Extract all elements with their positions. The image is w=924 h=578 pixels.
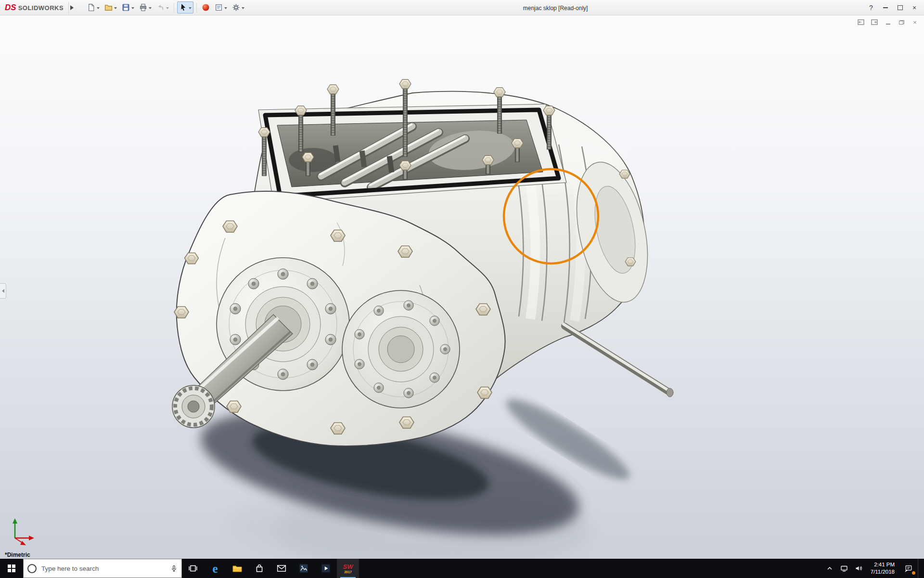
menu-expand-button[interactable] [69,2,77,13]
help-button[interactable]: ? [864,2,878,13]
minimize-button[interactable] [879,2,892,13]
new-document-icon [87,3,95,12]
windows-logo-icon [8,565,15,572]
solidworks-icon: SW 2017 [343,564,353,574]
restore-icon [899,20,904,25]
speaker-icon [855,565,862,572]
chevron-up-icon [826,565,834,572]
cortana-icon[interactable] [27,564,37,573]
maximize-icon [898,5,903,10]
graphics-viewport[interactable]: × *Dimetric [0,15,924,559]
start-button[interactable] [0,559,23,578]
notification-badge [912,571,915,575]
maximize-button[interactable] [893,2,907,13]
solidworks-year: 2017 [344,570,352,574]
dropdown-caret-icon [114,7,117,11]
document-window-controls: × [857,18,919,26]
volume-tray-button[interactable] [851,559,866,578]
brand-text: SOLIDWORKS [18,4,64,12]
edge-button[interactable]: e [204,559,226,578]
undo-button[interactable] [154,1,171,13]
document-restore-button[interactable] [897,18,906,26]
microphone-button[interactable] [170,565,178,572]
orientation-triad [8,515,38,546]
screen: DS SOLIDWORKS [0,0,924,578]
solidworks-titlebar: DS SOLIDWORKS [0,0,924,15]
output-flange [342,290,460,408]
dropdown-caret-icon [131,7,134,11]
dock-pane-right-button[interactable] [870,18,879,26]
open-button[interactable] [103,1,119,13]
taskbar-clock[interactable]: 2:41 PM 7/11/2018 [866,559,899,578]
view-orientation-label: *Dimetric [5,552,30,558]
microphone-icon [170,565,178,572]
action-center-icon [905,565,912,572]
save-button[interactable] [120,1,136,13]
minimize-icon [883,7,888,8]
open-folder-icon [104,3,113,12]
network-tray-button[interactable] [837,559,851,578]
select-tool-button[interactable] [177,1,193,13]
action-center-button[interactable] [899,559,918,578]
file-explorer-icon [232,564,242,573]
print-icon [139,3,147,12]
store-bag-icon [255,564,264,573]
titlebar-center: menjac sklop [Read-only] [246,3,864,12]
mail-button[interactable] [270,559,293,578]
hidden-icons-button[interactable] [822,559,837,578]
taskbar-search-input[interactable] [40,565,167,573]
gear-icon [232,3,240,12]
movies-tv-button[interactable] [315,559,337,578]
quick-access-toolbar [85,1,246,13]
rear-output-shaft [564,324,673,397]
dropdown-caret-icon [224,7,227,11]
chevron-left-icon [0,289,4,293]
options-button[interactable] [230,1,246,13]
clock-date: 7/11/2018 [871,568,895,576]
report-icon [215,3,223,12]
store-button[interactable] [248,559,270,578]
dock-pane-left-icon [858,19,864,25]
appearance-sphere-icon [202,3,210,12]
select-cursor-icon [179,3,187,12]
toolbar-separator [174,3,174,13]
show-desktop-button[interactable] [918,559,924,578]
dock-pane-right-icon [871,19,878,25]
close-button[interactable]: × [908,2,921,13]
report-button[interactable] [213,1,229,13]
task-view-icon [188,564,198,573]
edge-icon: e [212,563,218,575]
feature-panel-collapse-tab[interactable] [0,283,6,299]
dropdown-caret-icon [97,7,100,11]
gearbox-model[interactable] [0,15,924,559]
document-title: menjac sklop [Read-only] [523,5,588,12]
dock-pane-left-button[interactable] [857,18,865,26]
document-minimize-button[interactable] [884,18,892,26]
movies-tv-icon [321,564,331,573]
clock-time: 2:41 PM [874,561,895,568]
solidworks-app-button[interactable]: SW 2017 [337,559,359,578]
document-close-button[interactable]: × [911,18,919,26]
taskbar-search-box[interactable] [23,559,182,578]
dropdown-caret-icon [149,7,152,11]
print-button[interactable] [137,1,154,13]
file-explorer-button[interactable] [226,559,248,578]
appearance-button[interactable] [200,1,212,13]
photos-icon [299,564,308,573]
dropdown-caret-icon [189,7,192,11]
dropdown-caret-icon [166,7,169,11]
dropdown-caret-icon [242,7,244,11]
triangle-right-icon [70,5,76,10]
network-icon [840,565,848,572]
photos-button[interactable] [293,559,315,578]
window-controls: ? × [864,2,921,13]
ds-logo-icon: DS [5,3,16,13]
new-document-button[interactable] [85,1,102,13]
solidworks-logo: DS SOLIDWORKS [3,2,69,13]
undo-icon [156,3,165,12]
windows-taskbar: e SW 2017 [0,559,924,578]
solidworks-letters: SW [343,564,353,570]
toolbar-separator [196,3,197,13]
task-view-button[interactable] [182,559,204,578]
system-tray: 2:41 PM 7/11/2018 [822,559,924,578]
